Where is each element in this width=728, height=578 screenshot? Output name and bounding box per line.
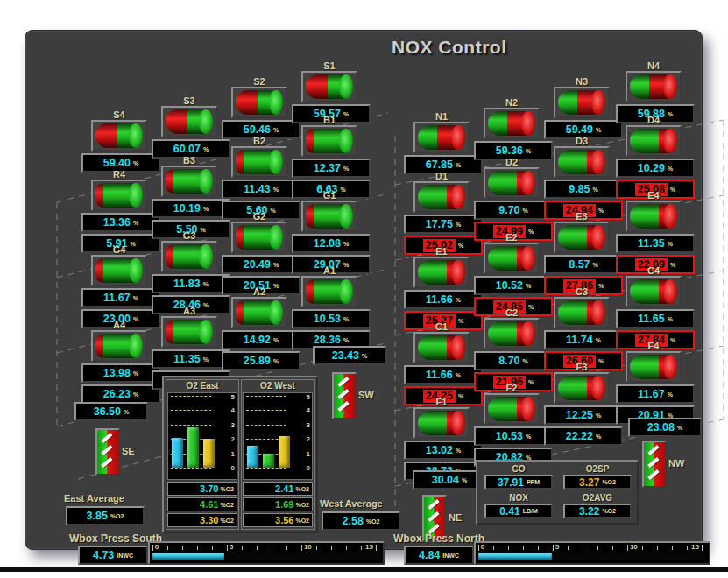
metric-o2sp: O2SP3.27%O2 <box>563 464 632 491</box>
value-display[interactable]: 11.67% <box>81 288 160 307</box>
flame-indicator-se[interactable]: SE <box>95 428 120 476</box>
damper-cylinder[interactable] <box>413 407 470 439</box>
damper-cylinder[interactable] <box>554 222 610 253</box>
value-display[interactable]: 11.66% <box>404 290 483 309</box>
value-display[interactable]: 11.83% <box>152 274 230 293</box>
value-display[interactable]: 10.29% <box>616 159 695 178</box>
gauge-tick-label: 15 <box>365 543 373 551</box>
corner-value-sw[interactable]: 23.43% <box>313 346 386 365</box>
value-display[interactable]: 10.53% <box>292 309 371 328</box>
value-display[interactable]: 20.49% <box>222 255 300 274</box>
axis-tick-label: 1 <box>307 450 310 458</box>
damper-cylinder[interactable] <box>91 120 147 152</box>
damper-cylinder[interactable] <box>413 332 470 363</box>
gauge-value[interactable]: 4.73INWC <box>78 546 148 565</box>
damper-cylinder[interactable] <box>161 106 217 137</box>
gauge-value[interactable]: 4.84INWC <box>404 546 474 565</box>
value-display[interactable]: 13.36% <box>81 213 160 232</box>
chart-gridline <box>246 425 286 426</box>
value-display[interactable]: 11.35% <box>616 234 695 253</box>
value-display[interactable]: 9.70% <box>474 201 553 220</box>
value-display[interactable]: 12.25% <box>544 405 623 425</box>
value-display[interactable]: 11.65% <box>616 309 695 328</box>
metric-value[interactable]: 37.91PPM <box>484 475 553 490</box>
value-display[interactable]: 11.35% <box>152 349 230 369</box>
average-value[interactable]: 3.85%O2 <box>66 506 145 525</box>
damper-cylinder[interactable] <box>91 330 147 362</box>
damper-cylinder[interactable] <box>484 393 540 425</box>
metric-value[interactable]: 3.27%O2 <box>563 475 632 490</box>
value-display[interactable]: 11.67% <box>616 384 695 404</box>
damper-cylinder[interactable] <box>413 257 470 288</box>
value-display[interactable]: 22.22% <box>544 426 623 446</box>
value-display[interactable]: 11.66% <box>404 365 483 384</box>
value-display[interactable]: 11.43% <box>222 180 300 199</box>
o2-bar-chart[interactable]: 543210 <box>243 392 313 480</box>
value-display[interactable]: 8.70% <box>474 351 553 370</box>
value-display[interactable]: 10.19% <box>152 199 230 218</box>
damper-cylinder[interactable] <box>626 351 682 383</box>
damper-cylinder[interactable] <box>626 276 682 307</box>
average-value[interactable]: 2.58%O2 <box>322 511 400 531</box>
value-display[interactable]: 14.92% <box>222 330 300 349</box>
damper-cylinder[interactable] <box>413 181 470 213</box>
damper-cylinder[interactable] <box>301 71 357 102</box>
gauge-tick <box>612 546 613 550</box>
damper-cylinder[interactable] <box>231 297 287 328</box>
damper-cylinder[interactable] <box>554 372 610 404</box>
value-display[interactable]: 12.37% <box>292 159 371 178</box>
damper-cylinder[interactable] <box>161 241 217 272</box>
damper-cylinder[interactable] <box>301 276 357 307</box>
damper-cylinder[interactable] <box>231 146 287 178</box>
gauge-tick <box>167 546 168 550</box>
damper-cylinder[interactable] <box>484 108 540 139</box>
value-display[interactable]: 10.53% <box>474 426 553 446</box>
gauge-tick <box>376 545 377 551</box>
damper-cylinder[interactable] <box>231 222 287 253</box>
damper-cylinder[interactable] <box>626 71 682 102</box>
burner-unit-c1: C111.66%24.25% <box>404 321 479 405</box>
value-display[interactable]: 25.89% <box>222 351 300 370</box>
value-display[interactable]: 11.74% <box>544 330 623 349</box>
value-unit: %O2 <box>295 518 309 524</box>
damper-cylinder[interactable] <box>554 297 610 328</box>
value-display[interactable]: 12.08% <box>292 234 371 253</box>
metric-value[interactable]: 0.41LB/M <box>484 504 553 518</box>
damper-cylinder[interactable] <box>484 167 540 199</box>
value-display[interactable]: 26.23% <box>81 384 160 404</box>
damper-cylinder[interactable] <box>554 146 610 178</box>
damper-cylinder[interactable] <box>626 201 682 232</box>
axis-tick-label: 2 <box>231 435 235 443</box>
value-display[interactable]: 8.57% <box>544 255 623 274</box>
value-display[interactable]: 13.98% <box>81 363 160 383</box>
value-unit: INWC <box>442 553 459 559</box>
value-display[interactable]: 17.75% <box>404 215 483 234</box>
o2-bar-chart[interactable]: 543210 <box>167 392 237 480</box>
damper-cylinder[interactable] <box>484 318 540 349</box>
value-text: 10.19 <box>173 202 201 215</box>
damper-cylinder[interactable] <box>161 166 217 197</box>
damper-cylinder[interactable] <box>484 243 540 274</box>
damper-cylinder[interactable] <box>301 125 357 157</box>
value-unit: % <box>456 162 461 168</box>
flame-indicator-nw[interactable]: NW <box>642 441 667 488</box>
metric-value[interactable]: 3.22%O2 <box>563 504 632 518</box>
damper-cylinder[interactable] <box>91 180 147 211</box>
damper-cylinder[interactable] <box>626 125 682 157</box>
unit-label: F2 <box>474 383 549 393</box>
flame-indicator-sw[interactable]: SW <box>332 372 357 419</box>
damper-cylinder[interactable] <box>231 87 287 118</box>
damper-cylinder[interactable] <box>91 255 147 286</box>
value-display[interactable]: 13.02% <box>404 441 483 460</box>
value-display[interactable]: 9.85% <box>544 180 623 199</box>
damper-cylinder[interactable] <box>554 87 610 118</box>
corner-value-nw[interactable]: 23.08% <box>628 418 702 437</box>
corner-value-se[interactable]: 36.50% <box>74 402 148 421</box>
cylinder-red-zone <box>166 320 173 344</box>
value-text: 25.89 <box>244 355 271 368</box>
damper-cylinder[interactable] <box>301 201 357 232</box>
value-display[interactable]: 10.52% <box>474 276 553 295</box>
value-unit: % <box>203 356 209 363</box>
damper-cylinder[interactable] <box>161 316 217 348</box>
damper-cylinder[interactable] <box>413 122 470 153</box>
